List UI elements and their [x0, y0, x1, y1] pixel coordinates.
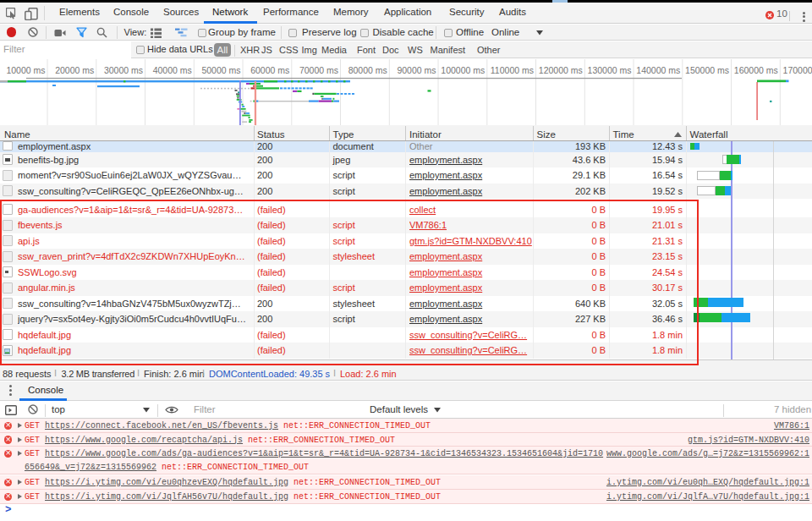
svg-text:60000 ms: 60000 ms	[250, 65, 289, 75]
svg-text:140000 ms: 140000 ms	[636, 65, 680, 75]
svg-text:70000 ms: 70000 ms	[299, 65, 338, 75]
svg-text:40000 ms: 40000 ms	[153, 65, 192, 75]
svg-text:110000 ms: 110000 ms	[491, 65, 534, 75]
svg-text:10000 ms: 10000 ms	[6, 65, 45, 75]
svg-text:160000 ms: 160000 ms	[734, 65, 778, 75]
svg-text:90000 ms: 90000 ms	[397, 65, 436, 75]
svg-text:100000 ms: 100000 ms	[441, 65, 485, 75]
svg-text:130000 ms: 130000 ms	[588, 65, 632, 75]
svg-text:170000 ms: 170000 ms	[783, 65, 812, 75]
svg-text:20000 ms: 20000 ms	[55, 65, 94, 75]
svg-text:30000 ms: 30000 ms	[104, 65, 143, 75]
svg-text:50000 ms: 50000 ms	[201, 65, 240, 75]
svg-text:150000 ms: 150000 ms	[685, 65, 729, 75]
svg-text:120000 ms: 120000 ms	[539, 65, 583, 75]
svg-text:80000 ms: 80000 ms	[348, 65, 387, 75]
